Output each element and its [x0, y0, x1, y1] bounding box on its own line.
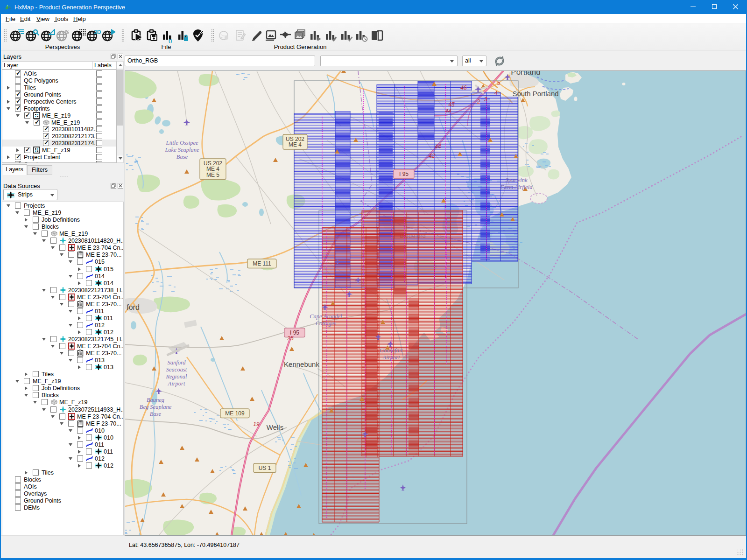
svg-text:45: 45 [448, 101, 455, 108]
svg-text:2: 2 [477, 98, 480, 105]
svg-text:Kennebunk: Kennebunk [284, 360, 319, 368]
svg-text:Airport: Airport [168, 380, 185, 387]
svg-text:Sanford: Sanford [167, 359, 186, 366]
svg-text:46: 46 [460, 84, 467, 91]
svg-text:Bauneg: Bauneg [147, 397, 164, 403]
svg-text:Base: Base [150, 411, 162, 417]
svg-text:Goosefair: Goosefair [380, 347, 403, 354]
svg-text:Base: Base [176, 154, 188, 160]
svg-text:Cottages: Cottages [316, 320, 337, 327]
svg-text:25: 25 [287, 335, 294, 342]
svg-text:Beg Seaplane: Beg Seaplane [140, 404, 172, 410]
svg-text:5: 5 [497, 80, 500, 86]
svg-text:3: 3 [484, 96, 487, 103]
svg-text:I 95: I 95 [399, 171, 409, 177]
svg-text:ME 4: ME 4 [289, 141, 302, 148]
svg-text:3D: 3D [94, 29, 101, 35]
svg-text:ford: ford [127, 303, 140, 311]
svg-text:44: 44 [435, 143, 441, 150]
svg-text:US 1: US 1 [259, 465, 271, 471]
svg-text:ME 4: ME 4 [206, 166, 219, 172]
svg-text:42: 42 [429, 153, 435, 159]
svg-text:Wells: Wells [267, 423, 283, 431]
svg-text:4: 4 [494, 90, 498, 97]
svg-text:South Portland: South Portland [512, 90, 558, 98]
svg-text:Airport: Airport [382, 354, 400, 361]
svg-text:Cape Arundel: Cape Arundel [310, 313, 342, 320]
svg-text:(): () [169, 38, 172, 43]
svg-text:Farm Airfield: Farm Airfield [500, 184, 533, 190]
svg-text:19: 19 [253, 421, 260, 427]
svg-text:ME 111: ME 111 [253, 260, 271, 267]
svg-text:44: 44 [445, 108, 451, 114]
svg-text:ME 5: ME 5 [206, 172, 219, 178]
svg-text:Little Ossipee: Little Ossipee [165, 140, 198, 146]
svg-text:Lake Seaplane: Lake Seaplane [164, 147, 199, 153]
svg-text:Spurwink: Spurwink [505, 177, 528, 183]
svg-text:ME 109: ME 109 [225, 410, 245, 417]
svg-text:Regional: Regional [165, 373, 187, 380]
svg-text:Portland: Portland [511, 71, 540, 77]
svg-text:Seacoast: Seacoast [166, 366, 187, 373]
